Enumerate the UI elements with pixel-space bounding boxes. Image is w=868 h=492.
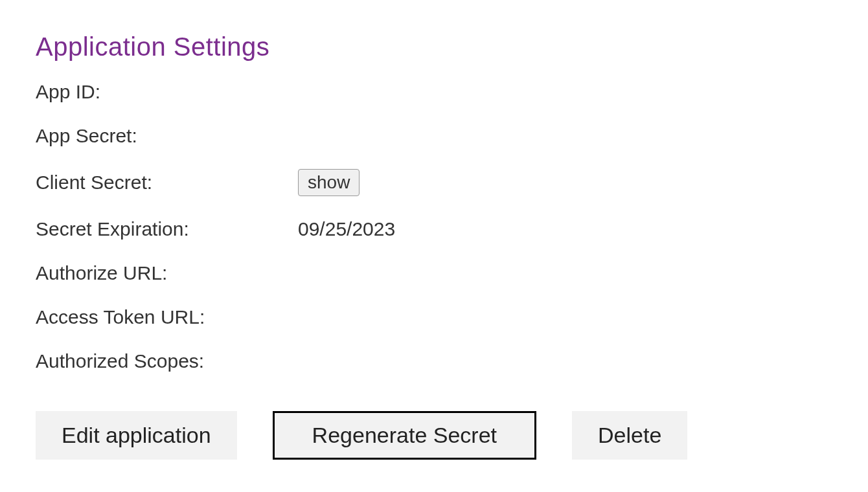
field-secret-expiration: Secret Expiration: 09/25/2023 — [36, 218, 832, 240]
field-authorized-scopes: Authorized Scopes: — [36, 350, 832, 372]
authorized-scopes-label: Authorized Scopes: — [36, 350, 298, 372]
access-token-url-label: Access Token URL: — [36, 306, 298, 328]
show-client-secret-button[interactable]: show — [298, 169, 360, 196]
regenerate-secret-button[interactable]: Regenerate Secret — [273, 411, 536, 460]
field-authorize-url: Authorize URL: — [36, 262, 832, 284]
secret-expiration-value: 09/25/2023 — [298, 218, 395, 240]
edit-application-button[interactable]: Edit application — [36, 411, 237, 460]
delete-button[interactable]: Delete — [572, 411, 687, 460]
app-secret-label: App Secret: — [36, 125, 298, 147]
field-app-secret: App Secret: — [36, 125, 832, 147]
authorize-url-label: Authorize URL: — [36, 262, 298, 284]
action-bar: Edit application Regenerate Secret Delet… — [36, 411, 832, 460]
settings-container: Application Settings App ID: App Secret:… — [0, 0, 868, 492]
client-secret-label: Client Secret: — [36, 172, 298, 194]
page-title: Application Settings — [36, 32, 832, 62]
secret-expiration-label: Secret Expiration: — [36, 218, 298, 240]
field-app-id: App ID: — [36, 81, 832, 103]
app-id-label: App ID: — [36, 81, 298, 103]
field-client-secret: Client Secret: show — [36, 169, 832, 196]
field-access-token-url: Access Token URL: — [36, 306, 832, 328]
